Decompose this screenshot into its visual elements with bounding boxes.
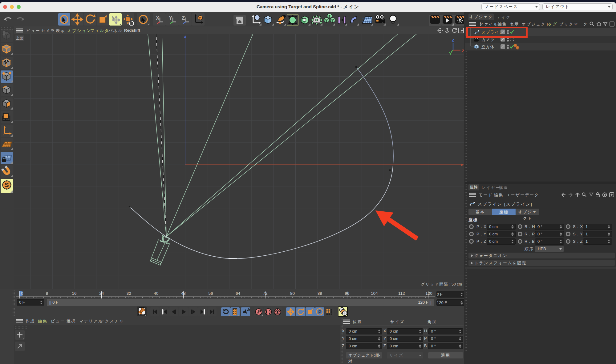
- svg-text:56: 56: [208, 291, 213, 296]
- svg-text:120: 120: [425, 291, 432, 296]
- svg-text:0: 0: [21, 291, 23, 296]
- svg-text:112: 112: [398, 291, 405, 296]
- svg-text:Z: Z: [452, 38, 454, 42]
- svg-text:80: 80: [290, 291, 295, 296]
- svg-text:Y: Y: [449, 51, 452, 56]
- svg-text:16: 16: [72, 291, 77, 296]
- svg-text:64: 64: [236, 291, 241, 296]
- svg-text:40: 40: [154, 291, 158, 296]
- svg-text:104: 104: [371, 291, 378, 296]
- svg-text:X: X: [462, 48, 464, 53]
- svg-text:8: 8: [46, 291, 48, 296]
- svg-text:48: 48: [181, 291, 186, 296]
- svg-text:72: 72: [263, 291, 267, 296]
- svg-text:32: 32: [127, 291, 131, 296]
- svg-text:96: 96: [345, 291, 349, 296]
- svg-text:24: 24: [99, 291, 104, 296]
- svg-text:Y: Y: [169, 15, 172, 21]
- svg-text:88: 88: [318, 291, 322, 296]
- svg-text:X: X: [156, 15, 160, 21]
- svg-text:P: P: [318, 309, 322, 314]
- svg-text:Z: Z: [182, 15, 185, 21]
- svg-text:S: S: [5, 182, 9, 188]
